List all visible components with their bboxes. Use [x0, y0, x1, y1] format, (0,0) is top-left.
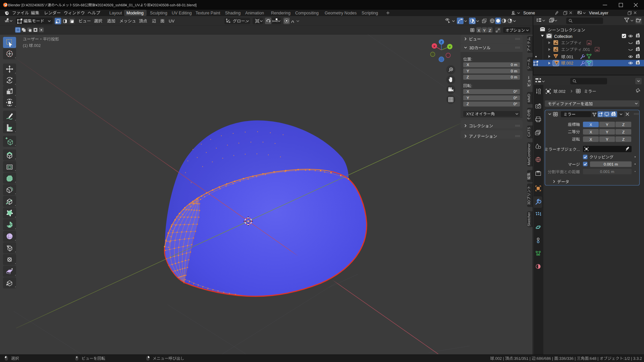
svg-text:0.001 m: 0.001 m: [604, 162, 618, 167]
svg-text:0.001 m: 0.001 m: [600, 169, 614, 174]
svg-text:0 m: 0 m: [511, 75, 517, 79]
svg-text:Y: Y: [606, 137, 608, 142]
svg-text:Y: Y: [449, 45, 451, 49]
svg-text:Z: Z: [622, 137, 625, 142]
svg-text:X: X: [590, 137, 592, 142]
svg-text:Texture Paint: Texture Paint: [196, 11, 220, 15]
svg-text:ViewLayer: ViewLayer: [589, 11, 608, 15]
svg-text:UV Editing: UV Editing: [172, 11, 192, 15]
svg-text:Z: Z: [622, 130, 625, 134]
svg-text:Rendering: Rendering: [271, 11, 290, 15]
svg-text:X: X: [590, 122, 592, 127]
svg-text:0°: 0°: [514, 102, 517, 106]
svg-text:Y: Y: [606, 130, 608, 134]
svg-text:Scripting: Scripting: [362, 11, 378, 15]
svg-text:Shading: Shading: [225, 11, 240, 15]
svg-text:X: X: [590, 130, 592, 134]
svg-text:Y: Y: [483, 28, 486, 33]
svg-text:Y: Y: [606, 122, 608, 127]
svg-text:X: X: [467, 89, 469, 94]
svg-text:Y: Y: [467, 96, 469, 100]
svg-text:0 m: 0 m: [511, 69, 517, 73]
svg-text:Z: Z: [467, 75, 469, 79]
svg-text:Z: Z: [467, 102, 469, 106]
svg-text:Layout: Layout: [109, 11, 122, 15]
svg-text:Compositing: Compositing: [295, 11, 319, 15]
svg-text:Geometry Nodes: Geometry Nodes: [325, 11, 357, 15]
svg-text:0 m: 0 m: [511, 63, 517, 67]
svg-text:0°: 0°: [514, 96, 517, 100]
svg-text:X: X: [467, 63, 469, 67]
svg-text:X: X: [433, 44, 436, 48]
svg-text:Modeling: Modeling: [126, 11, 144, 15]
svg-text:Z: Z: [489, 28, 491, 33]
svg-text:Y: Y: [467, 69, 469, 73]
svg-text:Collection: Collection: [554, 34, 573, 39]
svg-text:Z: Z: [622, 122, 625, 127]
svg-text:Scene: Scene: [523, 11, 535, 15]
svg-text:Sculpting: Sculpting: [150, 11, 167, 15]
svg-text:Animation: Animation: [245, 11, 264, 15]
svg-text:Z: Z: [440, 40, 442, 44]
svg-text:0°: 0°: [514, 89, 517, 94]
svg-text:X: X: [478, 28, 480, 33]
